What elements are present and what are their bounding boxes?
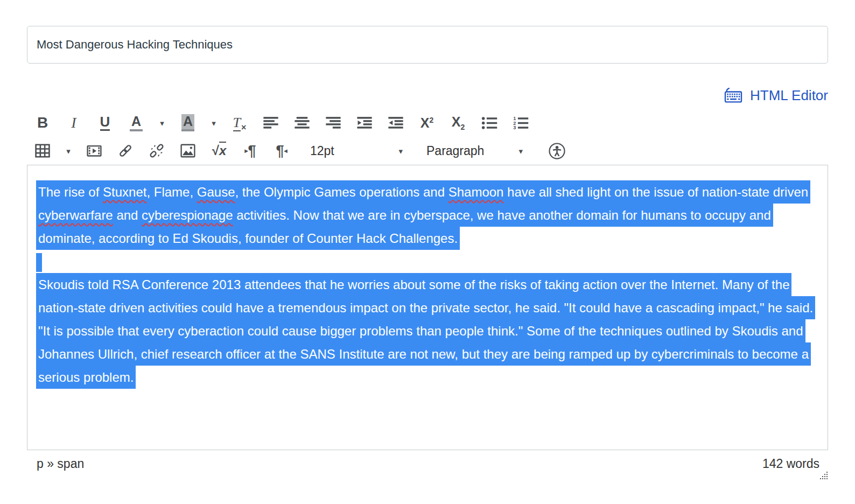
align-center-button[interactable] <box>286 110 318 135</box>
text-color-caret-button[interactable]: ▾ <box>152 110 172 135</box>
unlink-button[interactable] <box>141 138 172 163</box>
background-color-caret-button[interactable]: ▾ <box>204 110 224 135</box>
equation-button[interactable]: √x <box>204 138 235 163</box>
selected-text: Skoudis told RSA Conference 2013 attende… <box>36 273 815 389</box>
bullet-list-icon <box>481 116 497 130</box>
editor-status-bar: p » span 142 words <box>27 457 828 479</box>
paragraph: Skoudis told RSA Conference 2013 attende… <box>36 273 819 389</box>
misspelled-word: Stuxnet <box>103 185 146 199</box>
bold-icon: B <box>37 114 48 131</box>
rtl-paragraph-button[interactable]: ¶◂ <box>266 138 297 163</box>
empty-paragraph <box>36 250 819 273</box>
link-icon <box>117 143 134 158</box>
accessibility-icon <box>548 142 566 160</box>
chevron-down-icon: ▾ <box>518 147 523 155</box>
superscript-icon: X2 <box>421 115 433 131</box>
rtl-paragraph-icon: ¶◂ <box>276 143 287 159</box>
text-color-button[interactable]: A <box>121 110 152 135</box>
subscript-button[interactable]: X2 <box>443 110 474 135</box>
element-path: p » span <box>37 457 84 471</box>
align-right-button[interactable] <box>318 110 349 135</box>
align-center-icon <box>294 116 310 130</box>
editor-toolbar: B I U A ▾ A ▾ T× <box>27 109 828 165</box>
bold-button[interactable]: B <box>27 110 58 135</box>
misspelled-word: cyberwarfare <box>38 208 113 222</box>
chevron-down-icon: ▾ <box>66 147 71 155</box>
paragraph-style-select[interactable]: Paragraph ▾ <box>419 138 529 163</box>
toolbar-row-2: ▾ <box>27 137 828 165</box>
html-editor-link[interactable]: HTML Editor <box>724 87 828 104</box>
svg-text:3: 3 <box>513 125 516 130</box>
align-left-icon <box>263 116 279 130</box>
superscript-button[interactable]: X2 <box>411 110 443 135</box>
rich-text-content[interactable]: The rise of Stuxnet, Flame, Gause, the O… <box>27 165 828 450</box>
numbered-list-button[interactable]: 1 2 3 <box>505 110 536 135</box>
background-color-button[interactable]: A <box>172 110 204 135</box>
table-caret-button[interactable]: ▾ <box>58 138 79 163</box>
accessibility-checker-button[interactable] <box>541 138 572 163</box>
video-button[interactable] <box>79 138 110 163</box>
misspelled-word: cyberespionage <box>142 208 233 222</box>
indent-icon <box>388 116 404 130</box>
chevron-down-icon: ▾ <box>212 119 216 127</box>
italic-icon: I <box>71 114 76 131</box>
link-button[interactable] <box>110 138 141 163</box>
font-size-select[interactable]: 12pt ▾ <box>303 138 409 163</box>
outdent-icon <box>356 116 373 130</box>
text-color-icon: A <box>130 114 143 132</box>
clear-formatting-icon: T× <box>233 116 247 130</box>
background-color-icon: A <box>181 114 194 132</box>
chevron-down-icon: ▾ <box>398 147 403 155</box>
font-size-value: 12pt <box>310 144 334 158</box>
chevron-down-icon: ▾ <box>160 119 164 127</box>
word-count: 142 words <box>762 457 819 471</box>
italic-button[interactable]: I <box>58 110 89 135</box>
equation-icon: √x <box>212 143 227 158</box>
image-icon <box>180 144 196 158</box>
editor-header: HTML Editor <box>27 84 828 107</box>
numbered-list-icon: 1 2 3 <box>513 116 529 130</box>
table-button[interactable] <box>27 138 58 163</box>
underline-button[interactable]: U <box>89 110 121 135</box>
indent-button[interactable] <box>380 110 411 135</box>
ltr-paragraph-icon: ▸¶ <box>244 143 256 159</box>
image-button[interactable] <box>172 138 204 163</box>
paragraph-style-value: Paragraph <box>426 144 484 158</box>
toolbar-row-1: B I U A ▾ A ▾ T× <box>27 109 828 137</box>
subscript-icon: X2 <box>452 114 465 131</box>
underline-icon: U <box>100 115 110 131</box>
ltr-paragraph-button[interactable]: ▸¶ <box>235 138 266 163</box>
page: HTML Editor B I U A ▾ A ▾ <box>0 0 855 479</box>
outdent-button[interactable] <box>349 110 380 135</box>
misspelled-word: Gause <box>197 185 235 199</box>
misspelled-word: Shamoon <box>448 185 504 199</box>
selected-empty-line <box>36 253 42 272</box>
unlink-icon <box>148 143 165 158</box>
selected-text: The rise of Stuxnet, Flame, Gause, the O… <box>36 180 810 250</box>
bullet-list-button[interactable] <box>474 110 505 135</box>
resize-grip-icon[interactable] <box>819 472 828 479</box>
align-left-button[interactable] <box>255 110 286 135</box>
keyboard-icon <box>724 87 742 103</box>
clear-formatting-button[interactable]: T× <box>224 110 255 135</box>
paragraph: The rise of Stuxnet, Flame, Gause, the O… <box>36 180 819 250</box>
video-icon <box>86 144 102 158</box>
table-icon <box>34 144 51 158</box>
page-title-input[interactable] <box>27 26 828 64</box>
html-editor-label: HTML Editor <box>750 87 828 104</box>
align-right-icon <box>325 116 341 130</box>
